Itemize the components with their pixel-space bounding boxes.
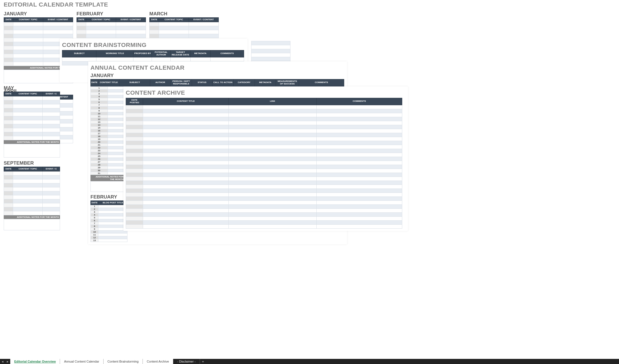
- col-date: DATE: [4, 18, 13, 22]
- tab-editorial-overview[interactable]: Editorial Calendar Overview: [10, 359, 60, 364]
- annual-month-january: JANUARY: [90, 73, 345, 78]
- col-proposed-by: PROPOSED BY: [133, 50, 152, 57]
- col-person-dept: PERSON / DEPT RESPONSIBLE: [171, 79, 192, 86]
- archive-title: CONTENT ARCHIVE: [126, 89, 406, 96]
- col-content-title: CONTENT TITLE: [98, 79, 119, 86]
- col-date: DATE: [91, 200, 98, 205]
- annual-table-february[interactable]: DATE BLOG POST TITLE 12345678910111213: [90, 200, 127, 242]
- col-event: EVENT / CONTENT: [43, 18, 73, 22]
- month-block-september: SEPTEMBER DATECONTENT TOPICEVENT / C ADD…: [4, 159, 73, 230]
- month-label: MARCH: [149, 11, 219, 17]
- add-sheet-icon[interactable]: +: [200, 359, 206, 364]
- tab-disclaimer[interactable]: - Disclaimer -: [173, 359, 200, 364]
- sheet-tab-bar: ◄ ► Editorial Calendar Overview Annual C…: [0, 359, 619, 364]
- col-success: MEASUREMENTS OF SUCCESS: [276, 79, 299, 86]
- editorial-title: EDITORIAL CALENDAR TEMPLATE: [4, 1, 291, 8]
- col-topic: CONTENT TOPIC: [13, 18, 43, 22]
- col-subject: SUBJECT: [62, 50, 96, 57]
- month-label: MAY: [4, 85, 73, 91]
- col-metadata: METADATA: [255, 79, 276, 86]
- col-link: LINK: [229, 98, 317, 105]
- col-cta: CALL TO ACTION: [212, 79, 233, 86]
- month-table[interactable]: DATECONTENT TOPICEVENT / C: [4, 167, 60, 215]
- tab-brainstorming[interactable]: Content Brainstorming: [104, 359, 143, 364]
- col-comments: COMMENTS: [299, 79, 344, 86]
- month-table[interactable]: DATECONTENT TOPICEVENT / C: [4, 92, 60, 140]
- month-label: SEPTEMBER: [4, 160, 73, 166]
- col-category: CATEGORY: [234, 79, 255, 86]
- archive-table[interactable]: DATE POSTED CONTENT TITLE LINK COMMENTS: [126, 98, 402, 229]
- month-table[interactable]: DATECONTENT TOPICEVENT / CONTENT: [149, 17, 219, 38]
- notes-bar: ADDITIONAL NOTES FOR THE MONTH: [4, 140, 60, 144]
- col-content-title: CONTENT TITLE: [143, 98, 229, 105]
- month-label: JANUARY: [4, 11, 73, 17]
- month-label: FEBRUARY: [77, 11, 146, 17]
- brainstorm-title: CONTENT BRAINSTORMING: [62, 42, 245, 48]
- annual-table-january[interactable]: DATE CONTENT TITLE SUBJECT AUTHOR PERSON…: [90, 79, 344, 86]
- col-date-posted: DATE POSTED: [126, 98, 143, 105]
- notes-area[interactable]: [4, 144, 60, 158]
- notes-bar: ADDITIONAL NOTES FOR THE MONTH: [4, 215, 60, 219]
- notes-area[interactable]: [90, 181, 125, 192]
- col-comments: COMMENTS: [210, 50, 244, 57]
- annual-days-strip[interactable]: 1234567891011121314151617181920212223242…: [90, 86, 125, 175]
- col-target-release: TARGET RELEASE DATE: [170, 50, 190, 57]
- tab-annual-calendar[interactable]: Annual Content Calendar: [60, 359, 104, 364]
- notes-bar: ADDITIONAL NOTES FOR THE MONTH: [90, 175, 125, 181]
- col-working-title: WORKING TITLE: [96, 50, 133, 57]
- annual-title: ANNUAL CONTENT CALENDAR: [90, 64, 345, 71]
- notes-area[interactable]: [4, 219, 60, 230]
- col-metadata: METADATA: [190, 50, 210, 57]
- col-subject: SUBJECT: [119, 79, 150, 86]
- tab-content-archive[interactable]: Content Archive: [143, 359, 173, 364]
- col-blog-post-title: BLOG POST TITLE: [98, 200, 127, 205]
- content-archive-panel: CONTENT ARCHIVE DATE POSTED CONTENT TITL…: [123, 86, 408, 231]
- col-comments: COMMENTS: [317, 98, 402, 105]
- month-table[interactable]: DATECONTENT TOPICEVENT / CONTENT: [77, 17, 146, 38]
- col-date: DATE: [91, 79, 98, 86]
- col-potential-author: POTENTIAL AUTHOR: [152, 50, 170, 57]
- col-status: STATUS: [192, 79, 212, 86]
- month-block-may: MAY DATECONTENT TOPICEVENT / C ADDITIONA…: [4, 84, 73, 158]
- tab-scroll-left-icon[interactable]: ◄: [0, 359, 5, 364]
- col-author: AUTHOR: [150, 79, 170, 86]
- tab-scroll-right-icon[interactable]: ►: [5, 359, 10, 364]
